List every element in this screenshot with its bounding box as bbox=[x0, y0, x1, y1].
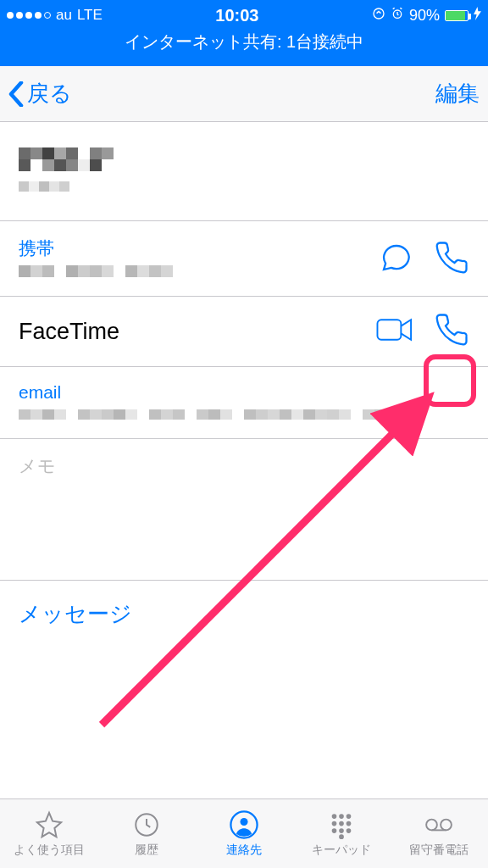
contact-icon bbox=[230, 810, 258, 839]
svg-point-9 bbox=[332, 821, 337, 826]
tab-contacts[interactable]: 連絡先 bbox=[195, 799, 292, 868]
contact-header bbox=[0, 122, 488, 221]
svg-point-8 bbox=[347, 814, 352, 819]
svg-point-5 bbox=[240, 817, 247, 825]
svg-point-10 bbox=[339, 821, 344, 826]
back-label: 戻る bbox=[27, 79, 72, 108]
email-type-label: email bbox=[19, 382, 469, 403]
signal-strength-icon bbox=[7, 12, 51, 19]
contact-company-obscured bbox=[19, 181, 69, 192]
svg-point-0 bbox=[374, 8, 384, 19]
voicemail-icon bbox=[424, 810, 453, 839]
contact-name-obscured bbox=[19, 147, 114, 171]
message-icon[interactable] bbox=[378, 240, 413, 279]
svg-point-17 bbox=[441, 819, 452, 830]
svg-point-6 bbox=[332, 814, 337, 819]
send-message-button[interactable]: メッセージ bbox=[0, 580, 488, 648]
svg-point-7 bbox=[339, 814, 344, 819]
tab-contacts-label: 連絡先 bbox=[226, 843, 262, 858]
tab-recents[interactable]: 履歴 bbox=[97, 799, 195, 868]
tab-voicemail[interactable]: 留守番電話 bbox=[391, 799, 488, 868]
tab-voicemail-label: 留守番電話 bbox=[409, 843, 469, 858]
tab-recents-label: 履歴 bbox=[135, 843, 158, 858]
edit-button[interactable]: 編集 bbox=[435, 79, 480, 108]
keypad-icon bbox=[327, 810, 356, 839]
alarm-icon bbox=[391, 7, 404, 25]
facetime-video-icon[interactable] bbox=[376, 315, 413, 348]
email-value-obscured bbox=[19, 409, 386, 420]
tab-bar: よく使う項目 履歴 連絡先 キーパッド 留守番電話 bbox=[0, 798, 488, 868]
back-button[interactable]: 戻る bbox=[8, 79, 72, 108]
facetime-section: FaceTime bbox=[0, 297, 488, 367]
svg-point-14 bbox=[347, 828, 352, 833]
status-bar: au LTE 10:03 90% インターネット共有: 1台接続中 bbox=[0, 0, 488, 66]
clock-icon bbox=[132, 810, 161, 839]
tab-favorites[interactable]: よく使う項目 bbox=[0, 799, 97, 868]
tab-keypad-label: キーパッド bbox=[312, 843, 371, 858]
battery-icon bbox=[445, 10, 469, 21]
memo-label[interactable]: メモ bbox=[0, 439, 488, 529]
facetime-audio-icon[interactable] bbox=[434, 312, 469, 351]
tab-keypad[interactable]: キーパッド bbox=[293, 799, 391, 868]
tether-banner[interactable]: インターネット共有: 1台接続中 bbox=[0, 31, 488, 58]
battery-pct-label: 90% bbox=[409, 7, 440, 25]
facetime-label: FaceTime bbox=[19, 319, 119, 345]
clock-label: 10:03 bbox=[103, 6, 372, 25]
svg-point-13 bbox=[339, 828, 344, 833]
svg-point-12 bbox=[332, 828, 337, 833]
svg-rect-2 bbox=[377, 320, 401, 339]
phone-type-label: 携帯 bbox=[19, 236, 378, 260]
svg-point-16 bbox=[427, 819, 438, 830]
carrier-label: au bbox=[56, 7, 72, 24]
svg-point-11 bbox=[347, 821, 352, 826]
star-icon bbox=[35, 810, 64, 839]
nav-bar: 戻る 編集 bbox=[0, 66, 488, 122]
email-section[interactable]: email bbox=[0, 367, 488, 439]
svg-point-15 bbox=[339, 834, 344, 839]
chevron-left-icon bbox=[8, 81, 24, 107]
phone-number-obscured bbox=[19, 265, 173, 277]
charging-icon bbox=[474, 7, 481, 25]
phone-section[interactable]: 携帯 bbox=[0, 221, 488, 297]
network-label: LTE bbox=[77, 7, 103, 24]
orientation-lock-icon bbox=[372, 7, 385, 25]
phone-call-icon[interactable] bbox=[434, 240, 469, 279]
tab-favorites-label: よく使う項目 bbox=[14, 843, 85, 858]
